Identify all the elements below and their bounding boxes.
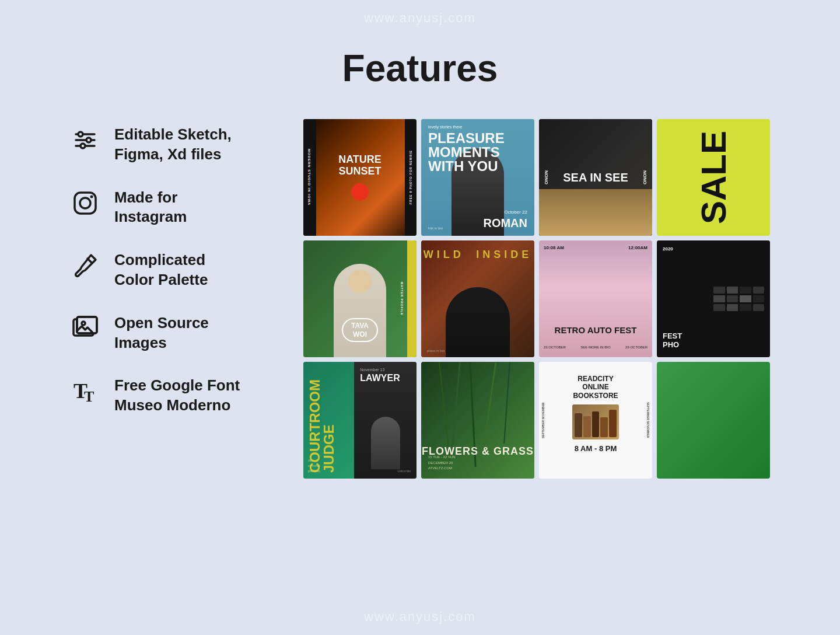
eyedropper-icon <box>70 250 100 281</box>
svg-rect-11 <box>77 317 97 333</box>
image-grid: MODERN STUDIO IN IOWA NATURESUNSET FREE … <box>303 119 770 479</box>
watermark-top: www.anyusj.com <box>364 11 476 26</box>
svg-line-9 <box>88 259 92 263</box>
grid-cell-9: COURTROOMJUDGE November 13 LAWYER Link i… <box>303 362 416 479</box>
grid-cell-6: WILD INSIDE place in bio <box>421 240 534 357</box>
grid-cell-1: MODERN STUDIO IN IOWA NATURESUNSET FREE … <box>303 119 416 236</box>
watermark-bottom: www.anyusj.com <box>364 609 476 624</box>
svg-point-8 <box>90 195 93 198</box>
feature-label-images: Open SourceImages <box>114 313 209 353</box>
feature-label-instagram: Made forInstagram <box>114 188 187 228</box>
feature-item-color: ComplicatedColor Palette <box>70 250 268 290</box>
grid-cell-4: SALE <box>657 119 770 236</box>
font-icon: T T <box>70 376 100 406</box>
grid-cell-2: lovely stories there PLEASUREMOMENTSWITH… <box>421 119 534 236</box>
grid-cell-12 <box>657 362 770 479</box>
tava-woi-label: TAVAWOI <box>342 318 378 342</box>
svg-point-4 <box>86 138 91 142</box>
page-title: Features <box>342 47 498 90</box>
feature-label-font: Free Google FontMuseo Moderno <box>114 376 240 416</box>
image-icon <box>70 313 100 344</box>
grid-cell-10: FLOWERS & GRASS 15 TUE - 22 SUNDECEMBER … <box>421 362 534 479</box>
feature-item-instagram: Made forInstagram <box>70 188 268 228</box>
features-list: Editable Sketch,Figma, Xd files Made for… <box>70 119 268 416</box>
feature-label-sketch: Editable Sketch,Figma, Xd files <box>114 125 232 165</box>
svg-point-5 <box>80 144 85 148</box>
grid-cell-11: SEPTEMBER NOVEMBER SEPTEMBER NOVEMBER RE… <box>539 362 652 479</box>
svg-text:T: T <box>84 388 94 405</box>
grid-cell-3: SEA IN SEE NONO NONO <box>539 119 652 236</box>
svg-point-3 <box>78 132 83 137</box>
feature-item-images: Open SourceImages <box>70 313 268 353</box>
feature-label-color: ComplicatedColor Palette <box>114 250 208 290</box>
grid-cell-8: 2020 FESTPHO <box>657 240 770 357</box>
grid-cell-7: 10:08 AM 12:00AM RETRO AUTO FEST 23 OCTO… <box>539 240 652 357</box>
instagram-icon <box>70 188 100 218</box>
svg-point-7 <box>80 198 90 208</box>
feature-item-font: T T Free Google FontMuseo Moderno <box>70 376 268 416</box>
sliders-icon <box>70 125 100 155</box>
content-area: Editable Sketch,Figma, Xd files Made for… <box>70 119 770 479</box>
grid-cell-5: TAVAWOI MATTER PROFILE <box>303 240 416 357</box>
feature-item-sketch: Editable Sketch,Figma, Xd files <box>70 125 268 165</box>
